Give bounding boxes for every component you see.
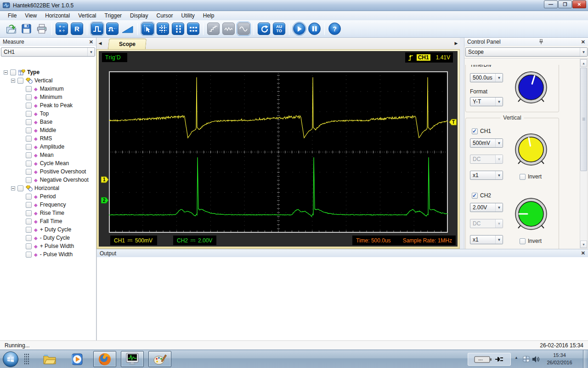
close-button[interactable]: ✕ (572, 0, 586, 8)
tree-checkbox[interactable] (26, 218, 32, 224)
tree-item-frequency[interactable]: ◆Frequency (0, 201, 96, 209)
tree-item-mean[interactable]: ◆Mean (0, 151, 96, 159)
grid-button[interactable] (157, 23, 169, 35)
ch1-invert-checkbox[interactable] (520, 174, 526, 180)
speaker-icon[interactable] (532, 356, 540, 363)
math-button[interactable]: + −× ÷ (56, 23, 68, 35)
tree-item-negative-overshoot[interactable]: ◆Negative Overshoot (0, 176, 96, 184)
pin-icon[interactable] (539, 39, 543, 45)
save-button[interactable] (20, 23, 33, 35)
tree-checkbox[interactable] (26, 119, 32, 125)
tab-scroll-right-icon[interactable]: ▶ (453, 40, 459, 47)
chevron-down-icon[interactable]: ▼ (495, 171, 503, 179)
scrollbar-thumb[interactable] (580, 68, 587, 171)
tree-item-rms[interactable]: ◆RMS (0, 134, 96, 143)
chevron-down-icon[interactable]: ▼ (495, 74, 503, 82)
tree-checkbox[interactable] (26, 127, 32, 133)
chevron-down-icon[interactable]: ▼ (87, 48, 95, 56)
interp-step-button[interactable] (207, 23, 220, 35)
tree-item-top[interactable]: ◆Top (0, 109, 96, 118)
tree-item-peak-to-peak[interactable]: ◆Peak to Peak (0, 101, 96, 109)
menu-trigger[interactable]: Trigger (101, 12, 126, 20)
tree-item-period[interactable]: ◆Period (0, 192, 96, 201)
tree-expander[interactable] (11, 79, 15, 83)
vertical-cursor-button[interactable] (172, 23, 184, 35)
chevron-down-icon[interactable]: ▼ (495, 236, 503, 244)
tree-checkbox[interactable] (26, 144, 32, 150)
tree-checkbox[interactable] (26, 243, 32, 249)
ch1-position-knob[interactable] (513, 132, 549, 167)
tree-checkbox[interactable] (26, 103, 32, 109)
tree-checkbox[interactable] (26, 94, 32, 100)
ch2-probe-select[interactable]: x1▼ (470, 235, 503, 244)
output-close-icon[interactable]: ✕ (581, 250, 585, 256)
scroll-down-icon[interactable]: ▼ (580, 241, 587, 248)
ch2-zero-marker[interactable]: 2 (101, 197, 109, 204)
tree-item--duty-cycle[interactable]: ◆+ Duty Cycle (0, 225, 96, 234)
menu-cursor[interactable]: Cursor (152, 12, 177, 20)
minimize-button[interactable]: — (544, 0, 558, 8)
menu-file[interactable]: File (4, 12, 21, 20)
tree-checkbox[interactable] (26, 136, 32, 142)
print-button[interactable] (35, 23, 48, 35)
pause-button[interactable] (308, 23, 321, 35)
control-panel-scrollbar[interactable]: ▲ ▼ (580, 59, 588, 248)
control-panel-close-icon[interactable]: ✕ (581, 39, 585, 45)
chevron-down-icon[interactable]: ▼ (580, 48, 587, 56)
menu-display[interactable]: Display (126, 12, 152, 20)
tree-item-middle[interactable]: ◆Middle (0, 126, 96, 134)
ch2-invert-checkbox[interactable] (520, 238, 526, 244)
tab-scope[interactable]: Scope (108, 39, 147, 49)
menu-horizontal[interactable]: Horizontal (41, 12, 74, 20)
tray-clock[interactable]: 15:34 26/02/2016 (541, 351, 578, 366)
open-button[interactable] (5, 23, 17, 35)
ch2-scale-select[interactable]: 2.00V▼ (470, 203, 503, 212)
tree-item-positive-overshoot[interactable]: ◆Positive Overshoot (0, 167, 96, 176)
tree-item--pulse-width[interactable]: ◆- Pulse Width (0, 250, 96, 259)
tree-checkbox[interactable] (17, 78, 23, 84)
tree-item-fall-time[interactable]: ◆Fall Time (0, 217, 96, 225)
measure-channel-select[interactable]: CH1 ▼ (1, 47, 95, 57)
tree-item-cycle-mean[interactable]: ◆Cycle Mean (0, 159, 96, 167)
ch1-enable-checkbox[interactable] (472, 128, 478, 134)
tree-expander[interactable] (11, 186, 15, 190)
tray-battery-group[interactable]: --- (468, 353, 511, 366)
horizontal-cursor-button[interactable] (187, 23, 199, 35)
tree-node-type[interactable]: Type (0, 68, 96, 76)
restore-button[interactable]: ❐ (558, 0, 572, 8)
tree-checkbox[interactable] (26, 86, 32, 92)
tree-checkbox[interactable] (26, 161, 32, 167)
ch1-zero-marker[interactable]: 1 (101, 176, 109, 183)
trigger-level-marker[interactable]: T (449, 119, 457, 126)
tree-item-amplitude[interactable]: ◆Amplitude (0, 143, 96, 151)
ramp-button[interactable] (121, 23, 134, 35)
timebase-knob[interactable] (513, 69, 549, 105)
chevron-down-icon[interactable]: ▼ (495, 139, 503, 147)
tree-item-rise-time[interactable]: ◆Rise Time (0, 209, 96, 217)
tree-checkbox[interactable] (26, 152, 32, 158)
tree-item-base[interactable]: ◆Base (0, 118, 96, 126)
interp-linear-button[interactable] (222, 23, 235, 35)
tray-expand-icon[interactable]: ▲ (514, 356, 518, 360)
tree-checkbox[interactable] (10, 69, 16, 75)
taskbar-paint[interactable] (148, 351, 171, 367)
format-select[interactable]: Y-T▼ (470, 97, 503, 106)
refresh-button[interactable] (258, 23, 270, 35)
tree-item-minimum[interactable]: ◆Minimum (0, 93, 96, 101)
taskbar-scope-app[interactable] (121, 351, 144, 367)
show-desktop-button[interactable] (583, 350, 588, 368)
tree-checkbox[interactable] (26, 252, 32, 258)
start-button[interactable] (3, 351, 18, 367)
autoset-button[interactable]: AUTO (273, 23, 285, 35)
help-button[interactable]: ? (328, 23, 341, 35)
tree-expander[interactable] (4, 70, 8, 75)
menu-help[interactable]: Help (199, 12, 219, 20)
tree-checkbox[interactable] (26, 235, 32, 241)
tree-checkbox[interactable] (26, 227, 32, 233)
action-center-flag-icon[interactable] (523, 356, 530, 362)
taskbar-explorer[interactable] (40, 352, 59, 367)
tree-checkbox[interactable] (26, 202, 32, 208)
menu-utility[interactable]: Utility (177, 12, 198, 20)
measure-close-icon[interactable]: ✕ (89, 39, 93, 45)
interp-sine-button[interactable] (237, 23, 250, 35)
